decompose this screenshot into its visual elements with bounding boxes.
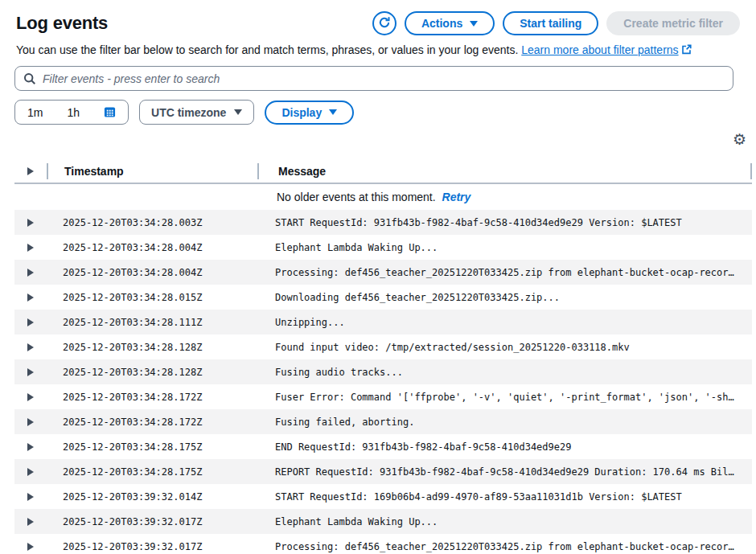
create-metric-filter-button[interactable]: Create metric filter xyxy=(606,11,740,35)
chevron-down-icon xyxy=(470,21,478,27)
expand-icon xyxy=(27,219,34,227)
expand-icon xyxy=(27,167,34,175)
retry-link[interactable]: Retry xyxy=(442,191,471,203)
log-rows: 2025-12-20T03:34:28.003Z START RequestId… xyxy=(14,210,752,554)
external-link-icon xyxy=(681,43,692,58)
message-column-header: Message xyxy=(259,165,750,178)
display-dropdown[interactable]: Display xyxy=(265,101,354,125)
header-actions: Actions Start tailing Create metric filt… xyxy=(372,11,740,35)
log-event-row: 2025-12-20T03:39:32.014Z START RequestId… xyxy=(14,484,752,509)
expand-icon xyxy=(27,269,34,277)
time-range-control: 1m 1h xyxy=(14,100,129,125)
actions-button-label: Actions xyxy=(421,17,462,30)
timezone-label: UTC timezone xyxy=(151,106,226,119)
log-event-row: 2025-12-20T03:34:28.015Z Downloading def… xyxy=(14,285,752,310)
chevron-down-icon xyxy=(329,109,337,115)
actions-button[interactable]: Actions xyxy=(405,11,495,35)
filter-bar xyxy=(0,66,756,91)
event-timestamp: 2025-12-20T03:34:28.175Z xyxy=(47,441,256,453)
log-event-row: 2025-12-20T03:34:28.175Z END RequestId: … xyxy=(14,434,752,459)
log-event-row: 2025-12-20T03:34:28.004Z Elephant Lambda… xyxy=(14,235,752,260)
event-message: START RequestId: 931fb43b-f982-4baf-9c58… xyxy=(256,217,752,228)
event-message: START RequestId: 169b06b4-ad99-4970-af89… xyxy=(256,491,752,503)
event-timestamp: 2025-12-20T03:34:28.172Z xyxy=(47,417,256,428)
expand-row-toggle[interactable] xyxy=(14,269,47,277)
expand-row-toggle[interactable] xyxy=(14,493,47,501)
expand-icon xyxy=(27,443,34,451)
log-event-row: 2025-12-20T03:34:28.003Z START RequestId… xyxy=(14,210,752,235)
timezone-dropdown[interactable]: UTC timezone xyxy=(139,100,254,125)
expand-row-toggle[interactable] xyxy=(14,368,47,376)
range-1h-button[interactable]: 1h xyxy=(55,101,92,124)
event-message: Unzipping... xyxy=(256,317,752,328)
filter-input-box xyxy=(14,66,733,91)
expand-icon xyxy=(27,318,34,326)
no-older-events-row: No older events at this moment. Retry xyxy=(14,184,752,210)
expand-row-toggle[interactable] xyxy=(14,393,47,401)
event-message: REPORT RequestId: 931fb43b-f982-4baf-9c5… xyxy=(256,466,752,478)
log-event-row: 2025-12-20T03:39:32.017Z Elephant Lambda… xyxy=(14,509,752,534)
custom-range-button[interactable] xyxy=(92,101,128,124)
event-message: Fuser Error: Command '['ffprobe', '-v', … xyxy=(256,392,752,403)
event-timestamp: 2025-12-20T03:34:28.175Z xyxy=(47,466,256,478)
learn-more-link[interactable]: Learn more about filter patterns xyxy=(521,43,691,56)
expand-all-header[interactable] xyxy=(14,167,47,175)
event-timestamp: 2025-12-20T03:34:28.111Z xyxy=(47,317,256,328)
expand-icon xyxy=(27,418,34,426)
page-header: Log events Actions Start tailing Create … xyxy=(0,0,756,35)
event-message: Elephant Lambda Waking Up... xyxy=(256,516,752,527)
gear-icon[interactable]: ⚙ xyxy=(733,131,746,147)
expand-icon xyxy=(27,293,34,302)
search-icon xyxy=(23,72,36,85)
log-events-table: Timestamp Message No older events at thi… xyxy=(14,160,752,554)
expand-row-toggle[interactable] xyxy=(14,318,47,326)
expand-icon xyxy=(27,468,34,476)
refresh-button[interactable] xyxy=(372,11,396,35)
log-event-row: 2025-12-20T03:39:32.017Z Processing: def… xyxy=(14,534,752,554)
expand-row-toggle[interactable] xyxy=(14,219,47,227)
expand-row-toggle[interactable] xyxy=(14,443,47,451)
event-timestamp: 2025-12-20T03:34:28.004Z xyxy=(47,267,256,278)
learn-more-label: Learn more about filter patterns xyxy=(521,43,678,56)
event-message: Fusing failed, aborting. xyxy=(256,417,752,428)
expand-row-toggle[interactable] xyxy=(14,343,47,351)
no-older-events-text: No older events at this moment. xyxy=(277,191,436,203)
time-controls: 1m 1h UTC timezone Display xyxy=(0,91,756,125)
display-label: Display xyxy=(281,106,322,119)
expand-icon xyxy=(27,493,34,501)
expand-row-toggle[interactable] xyxy=(14,518,47,526)
calendar-icon xyxy=(104,106,116,118)
chevron-down-icon xyxy=(234,109,242,115)
expand-row-toggle[interactable] xyxy=(14,468,47,476)
expand-icon xyxy=(27,518,34,526)
event-timestamp: 2025-12-20T03:39:32.017Z xyxy=(47,541,256,552)
expand-icon xyxy=(27,543,34,551)
event-message: Found input video: /tmp/extracted/sessio… xyxy=(256,342,752,353)
expand-row-toggle[interactable] xyxy=(14,244,47,252)
expand-icon xyxy=(27,393,34,401)
event-message: Downloading def456_teacher_20251220T0334… xyxy=(256,292,752,303)
log-event-row: 2025-12-20T03:34:28.128Z Found input vid… xyxy=(14,334,752,359)
page-title: Log events xyxy=(16,13,108,34)
event-timestamp: 2025-12-20T03:39:32.017Z xyxy=(47,516,256,527)
log-event-row: 2025-12-20T03:34:28.128Z Fusing audio tr… xyxy=(14,359,752,384)
table-header: Timestamp Message xyxy=(14,160,752,184)
event-message: Processing: def456_teacher_20251220T0334… xyxy=(256,541,752,552)
page-description: You can use the filter bar below to sear… xyxy=(0,35,756,66)
filter-events-input[interactable] xyxy=(43,72,725,85)
log-event-row: 2025-12-20T03:34:28.172Z Fuser Error: Co… xyxy=(14,384,752,409)
event-message: Processing: def456_teacher_20251220T0334… xyxy=(256,267,752,278)
range-1m-button[interactable]: 1m xyxy=(15,101,55,124)
refresh-icon xyxy=(378,16,391,31)
expand-icon xyxy=(27,368,34,376)
start-tailing-button[interactable]: Start tailing xyxy=(503,11,598,35)
description-text: You can use the filter bar below to sear… xyxy=(16,43,518,56)
event-timestamp: 2025-12-20T03:39:32.014Z xyxy=(47,491,256,503)
event-timestamp: 2025-12-20T03:34:28.003Z xyxy=(47,217,256,228)
expand-row-toggle[interactable] xyxy=(14,418,47,426)
expand-row-toggle[interactable] xyxy=(14,543,47,551)
event-timestamp: 2025-12-20T03:34:28.015Z xyxy=(47,292,256,303)
create-metric-filter-label: Create metric filter xyxy=(623,17,723,30)
event-timestamp: 2025-12-20T03:34:28.004Z xyxy=(47,242,256,253)
expand-row-toggle[interactable] xyxy=(14,293,47,302)
